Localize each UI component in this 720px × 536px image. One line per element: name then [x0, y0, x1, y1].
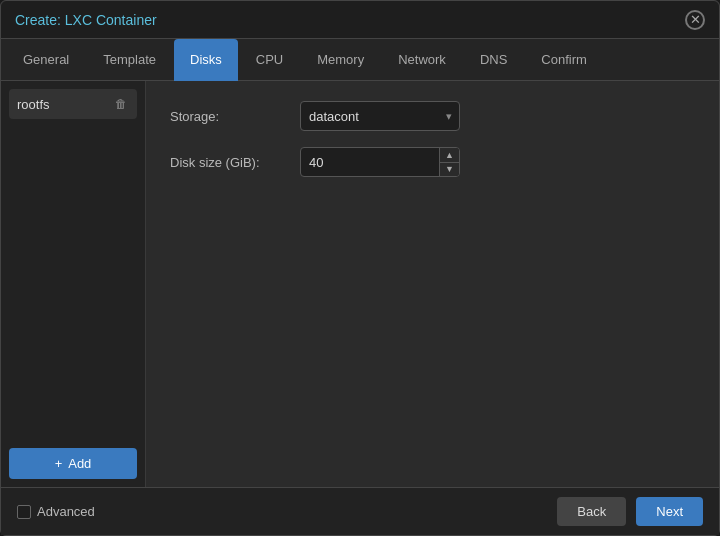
tab-memory[interactable]: Memory: [301, 39, 380, 81]
close-button[interactable]: ✕: [685, 10, 705, 30]
tab-general[interactable]: General: [7, 39, 85, 81]
disk-size-label: Disk size (GiB):: [170, 155, 300, 170]
add-disk-button[interactable]: + Add: [9, 448, 137, 479]
disk-size-row: Disk size (GiB): ▲ ▼: [170, 147, 695, 177]
list-item[interactable]: rootfs 🗑: [9, 89, 137, 119]
advanced-wrap: Advanced: [17, 504, 95, 519]
disk-item-label: rootfs: [17, 97, 50, 112]
content-area: rootfs 🗑 + Add Storage: datacontlocalloc…: [1, 81, 719, 487]
create-lxc-dialog: Create: LXC Container ✕ General Template…: [0, 0, 720, 536]
tab-dns[interactable]: DNS: [464, 39, 523, 81]
spin-up-button[interactable]: ▲: [440, 148, 459, 163]
tab-template[interactable]: Template: [87, 39, 172, 81]
spin-down-button[interactable]: ▼: [440, 163, 459, 177]
delete-icon[interactable]: 🗑: [113, 95, 129, 113]
storage-label: Storage:: [170, 109, 300, 124]
tab-confirm[interactable]: Confirm: [525, 39, 603, 81]
disk-settings-panel: Storage: datacontlocallocal-lvm ▾ Disk s…: [146, 81, 719, 487]
footer: Advanced Back Next: [1, 487, 719, 535]
storage-row: Storage: datacontlocallocal-lvm ▾: [170, 101, 695, 131]
advanced-label: Advanced: [37, 504, 95, 519]
back-button[interactable]: Back: [557, 497, 626, 526]
spin-buttons: ▲ ▼: [439, 148, 459, 176]
window-title: Create: LXC Container: [15, 12, 157, 28]
disk-sidebar: rootfs 🗑 + Add: [1, 81, 146, 487]
tab-cpu[interactable]: CPU: [240, 39, 299, 81]
advanced-checkbox[interactable]: [17, 505, 31, 519]
add-button-label: Add: [68, 456, 91, 471]
storage-select-wrap: datacontlocallocal-lvm ▾: [300, 101, 460, 131]
add-icon: +: [55, 456, 63, 471]
next-button[interactable]: Next: [636, 497, 703, 526]
disk-size-input[interactable]: [300, 147, 460, 177]
tab-disks[interactable]: Disks: [174, 39, 238, 81]
storage-select[interactable]: datacontlocallocal-lvm: [300, 101, 460, 131]
tab-network[interactable]: Network: [382, 39, 462, 81]
titlebar: Create: LXC Container ✕: [1, 1, 719, 39]
tab-bar: General Template Disks CPU Memory Networ…: [1, 39, 719, 81]
disk-size-input-wrap: ▲ ▼: [300, 147, 460, 177]
